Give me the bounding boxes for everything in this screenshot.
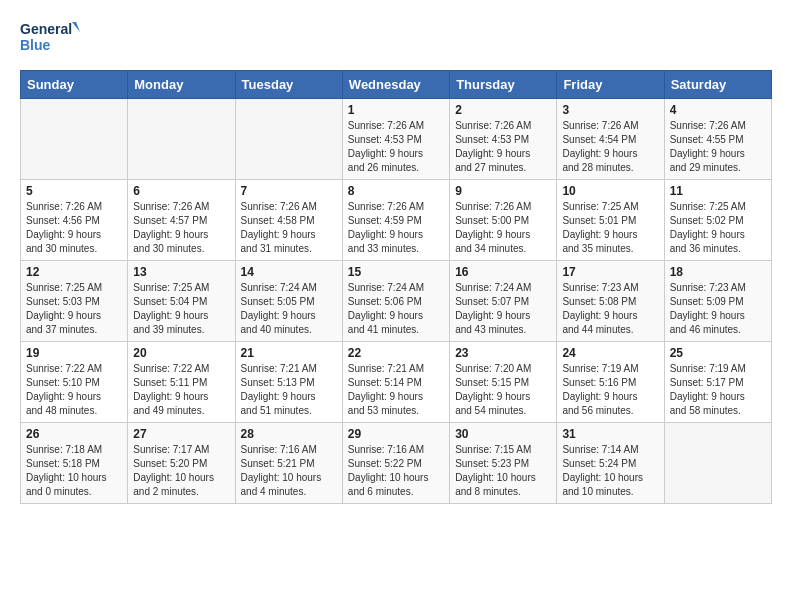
- day-number: 7: [241, 184, 337, 198]
- day-number: 26: [26, 427, 122, 441]
- day-number: 4: [670, 103, 766, 117]
- day-number: 25: [670, 346, 766, 360]
- calendar-cell: 1Sunrise: 7:26 AM Sunset: 4:53 PM Daylig…: [342, 99, 449, 180]
- day-info: Sunrise: 7:26 AM Sunset: 4:55 PM Dayligh…: [670, 119, 766, 175]
- day-info: Sunrise: 7:26 AM Sunset: 4:59 PM Dayligh…: [348, 200, 444, 256]
- day-number: 11: [670, 184, 766, 198]
- weekday-tuesday: Tuesday: [235, 71, 342, 99]
- day-info: Sunrise: 7:26 AM Sunset: 4:58 PM Dayligh…: [241, 200, 337, 256]
- calendar-cell: 4Sunrise: 7:26 AM Sunset: 4:55 PM Daylig…: [664, 99, 771, 180]
- calendar-cell: 23Sunrise: 7:20 AM Sunset: 5:15 PM Dayli…: [450, 342, 557, 423]
- calendar-cell: 2Sunrise: 7:26 AM Sunset: 4:53 PM Daylig…: [450, 99, 557, 180]
- week-row-3: 19Sunrise: 7:22 AM Sunset: 5:10 PM Dayli…: [21, 342, 772, 423]
- logo: General Blue: [20, 18, 80, 60]
- day-number: 16: [455, 265, 551, 279]
- calendar: SundayMondayTuesdayWednesdayThursdayFrid…: [20, 70, 772, 504]
- calendar-cell: 11Sunrise: 7:25 AM Sunset: 5:02 PM Dayli…: [664, 180, 771, 261]
- calendar-cell: 16Sunrise: 7:24 AM Sunset: 5:07 PM Dayli…: [450, 261, 557, 342]
- weekday-wednesday: Wednesday: [342, 71, 449, 99]
- logo-svg: General Blue: [20, 18, 80, 60]
- day-number: 19: [26, 346, 122, 360]
- day-info: Sunrise: 7:20 AM Sunset: 5:15 PM Dayligh…: [455, 362, 551, 418]
- day-number: 23: [455, 346, 551, 360]
- day-number: 10: [562, 184, 658, 198]
- day-info: Sunrise: 7:19 AM Sunset: 5:17 PM Dayligh…: [670, 362, 766, 418]
- day-info: Sunrise: 7:26 AM Sunset: 4:56 PM Dayligh…: [26, 200, 122, 256]
- day-info: Sunrise: 7:25 AM Sunset: 5:01 PM Dayligh…: [562, 200, 658, 256]
- calendar-cell: 22Sunrise: 7:21 AM Sunset: 5:14 PM Dayli…: [342, 342, 449, 423]
- day-number: 31: [562, 427, 658, 441]
- calendar-cell: 21Sunrise: 7:21 AM Sunset: 5:13 PM Dayli…: [235, 342, 342, 423]
- day-number: 20: [133, 346, 229, 360]
- day-info: Sunrise: 7:26 AM Sunset: 4:53 PM Dayligh…: [455, 119, 551, 175]
- day-number: 2: [455, 103, 551, 117]
- day-info: Sunrise: 7:16 AM Sunset: 5:21 PM Dayligh…: [241, 443, 337, 499]
- calendar-cell: 17Sunrise: 7:23 AM Sunset: 5:08 PM Dayli…: [557, 261, 664, 342]
- day-number: 5: [26, 184, 122, 198]
- day-info: Sunrise: 7:22 AM Sunset: 5:11 PM Dayligh…: [133, 362, 229, 418]
- day-number: 29: [348, 427, 444, 441]
- calendar-cell: 13Sunrise: 7:25 AM Sunset: 5:04 PM Dayli…: [128, 261, 235, 342]
- calendar-cell: 19Sunrise: 7:22 AM Sunset: 5:10 PM Dayli…: [21, 342, 128, 423]
- day-number: 18: [670, 265, 766, 279]
- day-info: Sunrise: 7:15 AM Sunset: 5:23 PM Dayligh…: [455, 443, 551, 499]
- calendar-cell: 25Sunrise: 7:19 AM Sunset: 5:17 PM Dayli…: [664, 342, 771, 423]
- day-number: 22: [348, 346, 444, 360]
- weekday-monday: Monday: [128, 71, 235, 99]
- calendar-cell: 14Sunrise: 7:24 AM Sunset: 5:05 PM Dayli…: [235, 261, 342, 342]
- day-info: Sunrise: 7:26 AM Sunset: 5:00 PM Dayligh…: [455, 200, 551, 256]
- week-row-1: 5Sunrise: 7:26 AM Sunset: 4:56 PM Daylig…: [21, 180, 772, 261]
- day-info: Sunrise: 7:19 AM Sunset: 5:16 PM Dayligh…: [562, 362, 658, 418]
- week-row-2: 12Sunrise: 7:25 AM Sunset: 5:03 PM Dayli…: [21, 261, 772, 342]
- calendar-cell: 24Sunrise: 7:19 AM Sunset: 5:16 PM Dayli…: [557, 342, 664, 423]
- weekday-sunday: Sunday: [21, 71, 128, 99]
- calendar-cell: 5Sunrise: 7:26 AM Sunset: 4:56 PM Daylig…: [21, 180, 128, 261]
- day-info: Sunrise: 7:26 AM Sunset: 4:53 PM Dayligh…: [348, 119, 444, 175]
- day-info: Sunrise: 7:24 AM Sunset: 5:06 PM Dayligh…: [348, 281, 444, 337]
- calendar-cell: 6Sunrise: 7:26 AM Sunset: 4:57 PM Daylig…: [128, 180, 235, 261]
- weekday-header-row: SundayMondayTuesdayWednesdayThursdayFrid…: [21, 71, 772, 99]
- day-info: Sunrise: 7:23 AM Sunset: 5:08 PM Dayligh…: [562, 281, 658, 337]
- day-info: Sunrise: 7:18 AM Sunset: 5:18 PM Dayligh…: [26, 443, 122, 499]
- calendar-cell: 10Sunrise: 7:25 AM Sunset: 5:01 PM Dayli…: [557, 180, 664, 261]
- day-info: Sunrise: 7:21 AM Sunset: 5:14 PM Dayligh…: [348, 362, 444, 418]
- day-number: 28: [241, 427, 337, 441]
- calendar-cell: 20Sunrise: 7:22 AM Sunset: 5:11 PM Dayli…: [128, 342, 235, 423]
- calendar-body: 1Sunrise: 7:26 AM Sunset: 4:53 PM Daylig…: [21, 99, 772, 504]
- day-info: Sunrise: 7:24 AM Sunset: 5:07 PM Dayligh…: [455, 281, 551, 337]
- calendar-cell: 27Sunrise: 7:17 AM Sunset: 5:20 PM Dayli…: [128, 423, 235, 504]
- day-info: Sunrise: 7:26 AM Sunset: 4:54 PM Dayligh…: [562, 119, 658, 175]
- calendar-cell: 28Sunrise: 7:16 AM Sunset: 5:21 PM Dayli…: [235, 423, 342, 504]
- day-number: 27: [133, 427, 229, 441]
- weekday-saturday: Saturday: [664, 71, 771, 99]
- header: General Blue: [20, 18, 772, 60]
- day-info: Sunrise: 7:14 AM Sunset: 5:24 PM Dayligh…: [562, 443, 658, 499]
- day-info: Sunrise: 7:25 AM Sunset: 5:02 PM Dayligh…: [670, 200, 766, 256]
- calendar-cell: 7Sunrise: 7:26 AM Sunset: 4:58 PM Daylig…: [235, 180, 342, 261]
- day-number: 1: [348, 103, 444, 117]
- day-number: 8: [348, 184, 444, 198]
- day-number: 17: [562, 265, 658, 279]
- day-number: 9: [455, 184, 551, 198]
- calendar-cell: 31Sunrise: 7:14 AM Sunset: 5:24 PM Dayli…: [557, 423, 664, 504]
- calendar-cell: 15Sunrise: 7:24 AM Sunset: 5:06 PM Dayli…: [342, 261, 449, 342]
- calendar-cell: [128, 99, 235, 180]
- calendar-cell: 29Sunrise: 7:16 AM Sunset: 5:22 PM Dayli…: [342, 423, 449, 504]
- day-number: 15: [348, 265, 444, 279]
- svg-marker-2: [72, 22, 80, 32]
- svg-text:Blue: Blue: [20, 37, 51, 53]
- day-number: 30: [455, 427, 551, 441]
- calendar-cell: 26Sunrise: 7:18 AM Sunset: 5:18 PM Dayli…: [21, 423, 128, 504]
- calendar-cell: [664, 423, 771, 504]
- day-info: Sunrise: 7:25 AM Sunset: 5:03 PM Dayligh…: [26, 281, 122, 337]
- day-number: 6: [133, 184, 229, 198]
- calendar-cell: [235, 99, 342, 180]
- day-info: Sunrise: 7:22 AM Sunset: 5:10 PM Dayligh…: [26, 362, 122, 418]
- calendar-cell: 3Sunrise: 7:26 AM Sunset: 4:54 PM Daylig…: [557, 99, 664, 180]
- day-number: 21: [241, 346, 337, 360]
- calendar-cell: 30Sunrise: 7:15 AM Sunset: 5:23 PM Dayli…: [450, 423, 557, 504]
- day-number: 12: [26, 265, 122, 279]
- day-info: Sunrise: 7:23 AM Sunset: 5:09 PM Dayligh…: [670, 281, 766, 337]
- week-row-4: 26Sunrise: 7:18 AM Sunset: 5:18 PM Dayli…: [21, 423, 772, 504]
- page: General Blue SundayMondayTuesdayWednesda…: [0, 0, 792, 522]
